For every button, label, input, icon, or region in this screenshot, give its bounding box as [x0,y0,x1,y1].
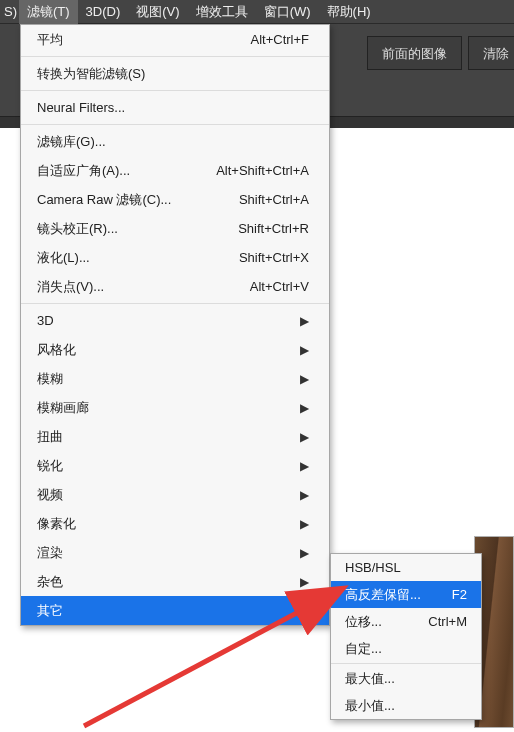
filter-menu-item[interactable]: Neural Filters... [21,93,329,122]
menu-item-label: 位移... [345,613,382,631]
menubar: S) 滤镜(T) 3D(D) 视图(V) 增效工具 窗口(W) 帮助(H) [0,0,514,24]
filter-menu-item[interactable]: 模糊▶ [21,364,329,393]
chevron-right-icon: ▶ [300,575,309,589]
filter-menu-item[interactable]: 转换为智能滤镜(S) [21,59,329,88]
menu-item-shortcut: Shift+Ctrl+R [238,221,309,236]
menu-item-label: 风格化 [37,341,76,359]
menu-item-label: 转换为智能滤镜(S) [37,65,145,83]
top-buttons: 前面的图像 清除 [361,36,514,72]
chevron-right-icon: ▶ [300,488,309,502]
chevron-right-icon: ▶ [300,459,309,473]
filter-menu-item[interactable]: 渲染▶ [21,538,329,567]
menu-item-label: 视频 [37,486,63,504]
filter-menu-item[interactable]: Camera Raw 滤镜(C)...Shift+Ctrl+A [21,185,329,214]
menu-item-label: Neural Filters... [37,100,125,115]
menubar-item-window[interactable]: 窗口(W) [256,0,319,24]
chevron-right-icon: ▶ [300,604,309,618]
menubar-item-plugins[interactable]: 增效工具 [188,0,256,24]
menu-item-label: 其它 [37,602,63,620]
clear-button[interactable]: 清除 [468,36,514,70]
filter-menu-item[interactable]: 像素化▶ [21,509,329,538]
menu-item-label: 液化(L)... [37,249,90,267]
menu-item-label: 平均 [37,31,63,49]
menu-item-label: 滤镜库(G)... [37,133,106,151]
filter-menu-item[interactable]: 模糊画廊▶ [21,393,329,422]
other-submenu-item[interactable]: 最小值... [331,692,481,719]
filter-menu-item[interactable]: 其它▶ [21,596,329,625]
menubar-item-filter[interactable]: 滤镜(T) [19,0,78,24]
chevron-right-icon: ▶ [300,401,309,415]
filter-menu-item[interactable]: 液化(L)...Shift+Ctrl+X [21,243,329,272]
other-submenu-item[interactable]: 自定... [331,635,481,662]
chevron-right-icon: ▶ [300,517,309,531]
filter-menu-item[interactable]: 消失点(V)...Alt+Ctrl+V [21,272,329,301]
filter-menu-item[interactable]: 扭曲▶ [21,422,329,451]
other-submenu-item[interactable]: HSB/HSL [331,554,481,581]
menu-separator [21,90,329,91]
menu-item-label: 高反差保留... [345,586,421,604]
chevron-right-icon: ▶ [300,430,309,444]
menubar-item-view[interactable]: 视图(V) [128,0,187,24]
menu-item-shortcut: Shift+Ctrl+A [239,192,309,207]
menu-item-label: 像素化 [37,515,76,533]
filter-menu-item[interactable]: 锐化▶ [21,451,329,480]
menu-item-label: 最小值... [345,697,395,715]
menu-item-label: Camera Raw 滤镜(C)... [37,191,171,209]
menu-item-label: HSB/HSL [345,560,401,575]
menu-separator [331,663,481,664]
menu-separator [21,303,329,304]
menu-item-label: 3D [37,313,54,328]
filter-menu-item[interactable]: 平均Alt+Ctrl+F [21,25,329,54]
menu-item-label: 模糊 [37,370,63,388]
menu-item-label: 渲染 [37,544,63,562]
other-submenu-item[interactable]: 高反差保留...F2 [331,581,481,608]
chevron-right-icon: ▶ [300,372,309,386]
other-submenu: HSB/HSL高反差保留...F2位移...Ctrl+M自定...最大值...最… [330,553,482,720]
filter-menu-item[interactable]: 风格化▶ [21,335,329,364]
menu-item-label: 杂色 [37,573,63,591]
menubar-item-help[interactable]: 帮助(H) [319,0,379,24]
menu-item-shortcut: Alt+Ctrl+F [250,32,309,47]
menu-item-label: 锐化 [37,457,63,475]
menu-item-shortcut: Alt+Shift+Ctrl+A [216,163,309,178]
menu-separator [21,124,329,125]
chevron-right-icon: ▶ [300,546,309,560]
menu-item-label: 扭曲 [37,428,63,446]
filter-menu-item[interactable]: 滤镜库(G)... [21,127,329,156]
other-submenu-item[interactable]: 位移...Ctrl+M [331,608,481,635]
menu-item-shortcut: Shift+Ctrl+X [239,250,309,265]
chevron-right-icon: ▶ [300,314,309,328]
menu-separator [21,56,329,57]
previous-image-button[interactable]: 前面的图像 [367,36,462,70]
menu-item-label: 镜头校正(R)... [37,220,118,238]
menu-item-label: 自定... [345,640,382,658]
chevron-right-icon: ▶ [300,343,309,357]
menu-item-label: 自适应广角(A)... [37,162,130,180]
menubar-item-partial[interactable]: S) [2,1,19,22]
menu-item-shortcut: Alt+Ctrl+V [250,279,309,294]
menu-item-shortcut: Ctrl+M [428,614,467,629]
filter-menu-item[interactable]: 自适应广角(A)...Alt+Shift+Ctrl+A [21,156,329,185]
filter-menu-item[interactable]: 镜头校正(R)...Shift+Ctrl+R [21,214,329,243]
menu-item-shortcut: F2 [452,587,467,602]
filter-menu-item[interactable]: 视频▶ [21,480,329,509]
menubar-item-3d[interactable]: 3D(D) [78,1,129,22]
other-submenu-item[interactable]: 最大值... [331,665,481,692]
filter-menu-item[interactable]: 3D▶ [21,306,329,335]
menu-item-label: 最大值... [345,670,395,688]
menu-item-label: 消失点(V)... [37,278,104,296]
filter-dropdown: 平均Alt+Ctrl+F转换为智能滤镜(S)Neural Filters...滤… [20,24,330,626]
filter-menu-item[interactable]: 杂色▶ [21,567,329,596]
menu-item-label: 模糊画廊 [37,399,89,417]
